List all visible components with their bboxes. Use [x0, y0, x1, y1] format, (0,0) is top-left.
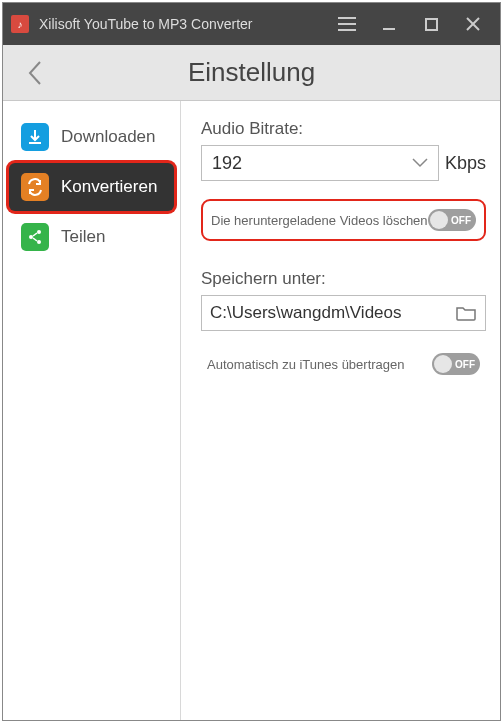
itunes-toggle[interactable]: OFF — [432, 353, 480, 375]
download-icon — [21, 123, 49, 151]
page-title: Einstellung — [3, 57, 500, 88]
browse-button[interactable] — [447, 296, 485, 330]
share-icon — [21, 223, 49, 251]
svg-point-7 — [37, 230, 41, 234]
toggle-knob — [434, 355, 452, 373]
svg-rect-4 — [426, 19, 437, 30]
hamburger-icon — [338, 17, 356, 31]
bitrate-label: Audio Bitrate: — [201, 119, 486, 139]
bitrate-select[interactable]: 192 — [201, 145, 439, 181]
settings-panel: Audio Bitrate: 192 Kbps Die heruntergela… — [181, 101, 500, 720]
folder-icon — [456, 305, 476, 321]
toggle-knob — [430, 211, 448, 229]
itunes-row: Automatisch zu iTunes übertragen OFF — [201, 347, 486, 381]
page-header: Einstellung — [3, 45, 500, 101]
maximize-icon — [425, 18, 438, 31]
app-title: Xilisoft YouTube to MP3 Converter — [39, 16, 253, 32]
minimize-icon — [382, 17, 396, 31]
minimize-button[interactable] — [368, 3, 410, 45]
svg-point-9 — [37, 240, 41, 244]
sidebar: Downloaden Konvertieren Teilen — [3, 101, 181, 720]
svg-line-11 — [33, 238, 37, 241]
back-button[interactable] — [17, 55, 53, 91]
delete-videos-row: Die heruntergeladene Videos löschen OFF — [205, 203, 482, 237]
toggle-state: OFF — [455, 359, 475, 370]
menu-button[interactable] — [326, 3, 368, 45]
delete-videos-row-highlight: Die heruntergeladene Videos löschen OFF — [201, 199, 486, 241]
bitrate-unit: Kbps — [445, 153, 486, 174]
svg-point-8 — [29, 235, 33, 239]
sidebar-item-label: Konvertieren — [61, 177, 157, 197]
save-path-label: Speichern unter: — [201, 269, 486, 289]
convert-icon — [21, 173, 49, 201]
save-path-row — [201, 295, 486, 331]
sidebar-item-download[interactable]: Downloaden — [9, 113, 174, 161]
app-icon: ♪ — [11, 15, 29, 33]
close-icon — [466, 17, 480, 31]
title-bar: ♪ Xilisoft YouTube to MP3 Converter — [3, 3, 500, 45]
maximize-button[interactable] — [410, 3, 452, 45]
chevron-down-icon — [412, 158, 428, 168]
sidebar-item-label: Teilen — [61, 227, 105, 247]
chevron-left-icon — [27, 60, 43, 86]
app-window: ♪ Xilisoft YouTube to MP3 Converter Eins… — [2, 2, 501, 721]
sidebar-item-share[interactable]: Teilen — [9, 213, 174, 261]
delete-videos-label: Die heruntergeladene Videos löschen — [211, 213, 428, 228]
sidebar-item-label: Downloaden — [61, 127, 156, 147]
sidebar-item-convert[interactable]: Konvertieren — [9, 163, 174, 211]
toggle-state: OFF — [451, 215, 471, 226]
bitrate-value: 192 — [212, 153, 242, 174]
save-path-input[interactable] — [202, 296, 447, 330]
svg-line-10 — [33, 233, 37, 236]
delete-videos-toggle[interactable]: OFF — [428, 209, 476, 231]
itunes-label: Automatisch zu iTunes übertragen — [207, 357, 405, 372]
body: Downloaden Konvertieren Teilen Audio Bit… — [3, 101, 500, 720]
close-button[interactable] — [452, 3, 494, 45]
